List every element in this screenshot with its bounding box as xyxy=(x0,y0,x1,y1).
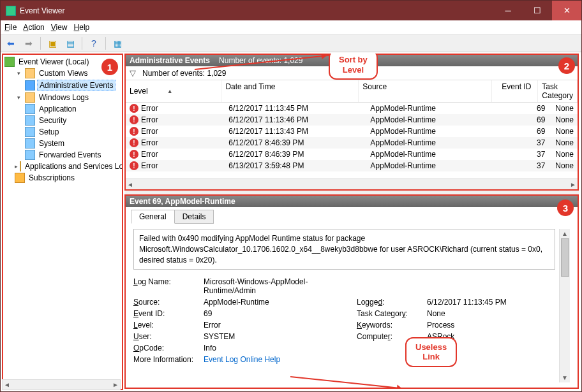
table-row[interactable]: !Error6/12/2017 8:46:39 PMAppModel-Runti… xyxy=(126,149,578,160)
event-detail-pane: Event 69, AppModel-Runtime General Detai… xyxy=(124,194,579,389)
show-hide-tree-button[interactable]: ▣ xyxy=(45,36,60,50)
error-icon: ! xyxy=(130,138,138,147)
maximize-button[interactable]: ☐ xyxy=(523,1,552,20)
annotation-badge-2: 2 xyxy=(558,57,575,74)
tree-log-setup[interactable]: Setup xyxy=(4,126,121,138)
filter-count: Number of events: 1,029 xyxy=(142,69,226,78)
close-button[interactable]: ✕ xyxy=(552,1,581,20)
annotation-useless: Useless Link xyxy=(405,337,457,367)
online-help-link[interactable]: Event Log Online Help xyxy=(204,355,280,364)
refresh-button[interactable]: ▦ xyxy=(110,36,125,50)
app-icon xyxy=(6,6,16,16)
sort-asc-icon: ▲ xyxy=(167,88,173,94)
detail-scrollbar[interactable]: ▲▼ xyxy=(559,229,570,382)
help-button[interactable]: ? xyxy=(86,36,101,50)
table-row[interactable]: !Error6/12/2017 11:13:45 PMAppModel-Runt… xyxy=(126,103,578,114)
menu-view[interactable]: View xyxy=(51,23,68,32)
filter-icon[interactable]: ▽ xyxy=(130,68,136,78)
error-icon: ! xyxy=(130,150,138,159)
prop-logname: Microsoft-Windows-AppModel-Runtime/Admin xyxy=(204,277,357,295)
menu-action[interactable]: Action xyxy=(23,23,44,32)
list-title: Administrative Events xyxy=(130,56,210,65)
window-title: Event Viewer xyxy=(20,6,493,15)
error-icon: ! xyxy=(130,161,138,170)
nav-tree[interactable]: Event Viewer (Local) ▾Custom Views Admin… xyxy=(2,54,123,390)
forward-button: ➡ xyxy=(21,36,36,50)
tab-general[interactable]: General xyxy=(131,210,175,224)
event-rows[interactable]: !Error6/12/2017 11:13:45 PMAppModel-Runt… xyxy=(126,103,578,178)
prop-level: Error xyxy=(204,321,357,330)
prop-source: AppModel-Runtime xyxy=(204,298,357,307)
col-eventid[interactable]: Event ID xyxy=(492,80,538,102)
col-category[interactable]: Task Category xyxy=(538,80,578,102)
annotation-sort: Sort by Level xyxy=(329,54,378,80)
table-row[interactable]: !Error6/13/2017 3:59:48 PMAppModel-Runti… xyxy=(126,160,578,171)
tree-log-forwarded[interactable]: Forwarded Events xyxy=(4,149,121,161)
detail-tabs: General Details xyxy=(126,207,578,224)
tree-log-system[interactable]: System xyxy=(4,138,121,149)
table-row[interactable]: !Error6/12/2017 11:13:46 PMAppModel-Runt… xyxy=(126,114,578,126)
prop-taskcat: None xyxy=(427,309,529,318)
list-count: Number of events: 1,029 xyxy=(219,56,302,65)
error-icon: ! xyxy=(130,115,138,124)
table-row[interactable]: !Error6/12/2017 11:13:43 PMAppModel-Runt… xyxy=(126,126,578,137)
event-message: Failed with 0x490 modifying AppModel Run… xyxy=(133,229,555,270)
properties-button[interactable]: ▤ xyxy=(63,36,78,50)
menu-file[interactable]: File xyxy=(4,23,17,32)
table-row[interactable]: !Error6/12/2017 8:46:39 PMAppModel-Runti… xyxy=(126,137,578,149)
back-button[interactable]: ⬅ xyxy=(3,36,19,50)
tree-scrollbar[interactable]: ◄► xyxy=(2,379,121,390)
event-viewer-window: Event Viewer ─ ☐ ✕ File Action View Help… xyxy=(0,0,582,392)
error-icon: ! xyxy=(130,104,138,113)
prop-keywords: Process xyxy=(427,321,529,330)
tree-apps-services[interactable]: ▸Applications and Services Logs xyxy=(4,161,121,172)
col-date[interactable]: Date and Time xyxy=(221,80,359,102)
prop-user: SYSTEM xyxy=(204,332,357,341)
event-properties: Log Name:Microsoft-Windows-AppModel-Runt… xyxy=(133,277,555,364)
prop-eventid: 69 xyxy=(204,309,357,318)
col-source[interactable]: Source xyxy=(359,80,492,102)
tree-log-application[interactable]: Application xyxy=(4,103,121,115)
tree-subscriptions[interactable]: Subscriptions xyxy=(4,172,121,184)
tab-details[interactable]: Details xyxy=(174,210,214,224)
menubar: File Action View Help xyxy=(1,20,581,34)
toolbar: ⬅ ➡ ▣ ▤ ? ▦ xyxy=(1,34,581,52)
tree-log-security[interactable]: Security xyxy=(4,115,121,126)
minimize-button[interactable]: ─ xyxy=(493,1,523,20)
titlebar[interactable]: Event Viewer ─ ☐ ✕ xyxy=(1,1,581,20)
tree-windows-logs[interactable]: ▾Windows Logs xyxy=(4,92,121,103)
annotation-badge-3: 3 xyxy=(557,200,574,216)
detail-title: Event 69, AppModel-Runtime xyxy=(130,197,235,206)
list-scrollbar[interactable]: ◄► xyxy=(126,178,578,189)
prop-logged: 6/12/2017 11:13:45 PM xyxy=(427,298,529,307)
menu-help[interactable]: Help xyxy=(74,23,90,32)
detail-header: Event 69, AppModel-Runtime xyxy=(126,196,578,207)
error-icon: ! xyxy=(130,127,138,136)
column-headers: Level▲ Date and Time Source Event ID Tas… xyxy=(126,80,578,103)
annotation-badge-1: 1 xyxy=(101,59,118,75)
col-level[interactable]: Level▲ xyxy=(126,80,221,102)
tree-admin-events[interactable]: Administrative Events xyxy=(4,79,121,92)
prop-opcode: Info xyxy=(204,344,357,352)
